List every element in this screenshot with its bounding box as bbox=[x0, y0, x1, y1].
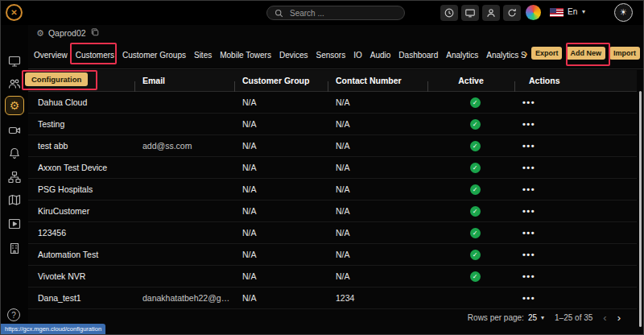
sidebar-item-help[interactable]: ? bbox=[7, 308, 20, 321]
cell-name: 123456 bbox=[28, 228, 134, 238]
theme-toggle-button[interactable]: ☀ bbox=[614, 3, 633, 22]
cell-active: ✓ bbox=[427, 141, 514, 151]
row-actions-icon[interactable]: ••• bbox=[522, 119, 535, 129]
tab-audio[interactable]: Audio bbox=[369, 49, 392, 61]
cell-customer-group: N/A bbox=[234, 163, 328, 172]
refresh-icon bbox=[506, 7, 518, 19]
sidebar-item-users[interactable] bbox=[7, 77, 22, 91]
table-row[interactable]: Axxon Test Device N/A N/A ✓ ••• bbox=[28, 157, 637, 179]
row-actions-icon[interactable]: ••• bbox=[522, 206, 535, 216]
tab-customer-groups[interactable]: Customer Groups bbox=[122, 49, 187, 61]
tab-io[interactable]: IO bbox=[353, 49, 363, 61]
table-row[interactable]: test abb add@ss.com N/A N/A ✓ ••• bbox=[28, 135, 637, 157]
sun-icon: ☀ bbox=[620, 7, 628, 18]
cell-name: Testing bbox=[28, 119, 134, 129]
tab-analytics-settings[interactable]: Analytics S bbox=[485, 49, 526, 61]
active-check-icon: ✓ bbox=[470, 184, 481, 195]
sidebar-item-configuration[interactable]: ⚙ bbox=[5, 96, 24, 115]
table-row[interactable]: 123456 N/A N/A ✓ ••• bbox=[28, 222, 637, 244]
previous-page-button[interactable]: ‹ bbox=[603, 312, 606, 324]
cell-actions: ••• bbox=[514, 206, 637, 216]
tabs-overflow-chevron[interactable]: › bbox=[524, 48, 527, 60]
tab-customers[interactable]: Customers bbox=[75, 49, 115, 61]
cell-name: test abb bbox=[28, 141, 134, 151]
cell-actions: ••• bbox=[514, 228, 637, 238]
sidebar-item-notifications[interactable] bbox=[7, 146, 22, 160]
export-button[interactable]: Export bbox=[531, 47, 563, 60]
table-row[interactable]: Automation Test N/A N/A ✓ ••• bbox=[28, 244, 637, 266]
active-check-icon: ✓ bbox=[470, 119, 481, 130]
rows-per-page-value[interactable]: 25 bbox=[528, 313, 537, 322]
next-page-button[interactable]: › bbox=[617, 312, 621, 324]
account-button[interactable] bbox=[482, 5, 500, 21]
col-active: Active bbox=[427, 76, 514, 85]
tab-sites[interactable]: Sites bbox=[193, 49, 213, 61]
tab-overview[interactable]: Overview bbox=[33, 49, 68, 61]
row-actions-icon[interactable]: ••• bbox=[522, 293, 535, 303]
tab-devices[interactable]: Devices bbox=[279, 49, 309, 61]
table-row[interactable]: Testing N/A N/A ✓ ••• bbox=[28, 114, 637, 135]
sidebar-item-devices[interactable] bbox=[7, 170, 22, 184]
table-row[interactable]: Dana_test1 danakhatatbeh22@gmail.com N/A… bbox=[28, 287, 637, 309]
sidebar-item-video[interactable] bbox=[7, 217, 22, 231]
row-actions-icon[interactable]: ••• bbox=[522, 141, 535, 151]
sidebar-item-cameras[interactable] bbox=[7, 123, 22, 138]
display-button[interactable] bbox=[461, 5, 479, 21]
search-input[interactable] bbox=[288, 8, 385, 19]
cell-name: Axxon Test Device bbox=[28, 163, 134, 172]
cell-customer-group: N/A bbox=[234, 293, 328, 303]
table-row[interactable]: Dahua Cloud N/A N/A ✓ ••• bbox=[28, 92, 637, 114]
row-actions-icon[interactable]: ••• bbox=[522, 163, 535, 172]
tab-dashboard[interactable]: Dashboard bbox=[398, 49, 439, 61]
copy-button[interactable] bbox=[90, 27, 100, 39]
cell-active: ✓ bbox=[427, 271, 514, 282]
cell-customer-group: N/A bbox=[234, 97, 328, 107]
tab-bar: Overview Customers Customer Groups Sites… bbox=[33, 45, 527, 64]
tenant-name[interactable]: Qaprod02 bbox=[48, 28, 86, 38]
cell-contact-number: N/A bbox=[328, 271, 427, 281]
cell-actions: ••• bbox=[514, 271, 637, 281]
brand-color-icon[interactable] bbox=[526, 5, 541, 20]
active-check-icon: ✓ bbox=[470, 228, 481, 238]
sidebar-item-map[interactable] bbox=[7, 192, 22, 207]
global-search[interactable] bbox=[266, 6, 405, 20]
add-new-button[interactable]: Add New bbox=[566, 47, 605, 60]
cell-actions: ••• bbox=[514, 184, 637, 194]
cell-name: KiruCustomer bbox=[28, 206, 134, 216]
tab-sensors[interactable]: Sensors bbox=[316, 49, 347, 61]
app-logo-icon[interactable]: ✕ bbox=[6, 4, 23, 21]
cell-actions: ••• bbox=[514, 163, 637, 172]
toolbar: Export Add New Import bbox=[531, 47, 640, 60]
tab-mobile-towers[interactable]: Mobile Towers bbox=[219, 49, 272, 61]
language-selector[interactable]: En bbox=[568, 7, 577, 16]
row-actions-icon[interactable]: ••• bbox=[522, 250, 535, 259]
import-button[interactable]: Import bbox=[609, 47, 640, 60]
row-actions-icon[interactable]: ••• bbox=[522, 97, 535, 107]
table-row[interactable]: Vivotek NVR N/A N/A ✓ ••• bbox=[28, 266, 637, 287]
vertical-scrollbar[interactable] bbox=[639, 91, 642, 327]
chevron-down-icon[interactable]: ▾ bbox=[541, 314, 544, 321]
cell-actions: ••• bbox=[514, 250, 637, 259]
history-clock-button[interactable] bbox=[440, 5, 458, 21]
sidebar-item-sites[interactable] bbox=[7, 241, 22, 255]
row-actions-icon[interactable]: ••• bbox=[522, 228, 535, 238]
cell-contact-number: N/A bbox=[328, 206, 427, 216]
active-check-icon: ✓ bbox=[470, 206, 481, 217]
chevron-down-icon[interactable]: ▾ bbox=[582, 8, 585, 15]
clock-icon bbox=[444, 7, 455, 19]
row-actions-icon[interactable]: ••• bbox=[522, 271, 535, 281]
tab-analytics[interactable]: Analytics bbox=[445, 49, 479, 61]
table-row[interactable]: PSG Hospitals N/A N/A ✓ ••• bbox=[28, 179, 637, 201]
configuration-tooltip: Configuration bbox=[25, 72, 88, 86]
cell-name: PSG Hospitals bbox=[28, 184, 134, 194]
building-icon bbox=[8, 242, 21, 254]
table-row[interactable]: KiruCustomer N/A N/A ✓ ••• bbox=[28, 201, 637, 222]
cell-active: ✓ bbox=[427, 119, 514, 130]
users-icon bbox=[8, 77, 21, 90]
video-player-icon bbox=[8, 217, 21, 230]
cell-contact-number: N/A bbox=[328, 228, 427, 238]
row-actions-icon[interactable]: ••• bbox=[522, 184, 535, 194]
col-email: Email bbox=[134, 76, 234, 85]
refresh-button[interactable] bbox=[503, 5, 521, 21]
sidebar-item-workstation[interactable] bbox=[7, 54, 22, 68]
